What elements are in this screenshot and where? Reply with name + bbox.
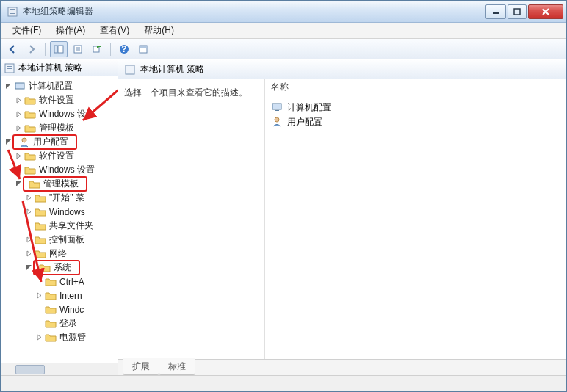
tree-item-computer-config[interactable]: 计算机配置 [4,79,118,93]
tree-item-windows-components[interactable]: Windows [4,205,118,219]
tree-item-start-menu[interactable]: "开始" 菜 [4,191,118,205]
tree-item-shared-folders[interactable]: 共享文件夹 [4,219,118,233]
svg-rect-23 [18,90,22,90]
tab-extended[interactable]: 扩展 [123,358,159,375]
tree-label: 控制面板 [49,233,89,246]
annotation-highlight: 管理模板 [23,176,87,192]
expand-toggle[interactable] [35,333,43,342]
expand-toggle[interactable] [14,180,23,189]
tree-item-windows-settings-2[interactable]: Windows 设置 [4,163,118,177]
folder-icon [24,109,36,120]
expand-toggle[interactable] [24,264,33,272]
user-icon [271,116,283,128]
list-item-label: 用户配置 [287,116,322,128]
list-item-label: 计算机配置 [287,101,331,114]
toolbar-export-button[interactable] [88,41,106,57]
menu-view[interactable]: 查看(V) [93,23,137,38]
tree-item-control-panel[interactable]: 控制面板 [4,233,118,247]
tree-label: 电源管 [59,331,90,344]
svg-rect-20 [7,66,12,67]
expand-toggle[interactable] [14,96,23,105]
expand-toggle[interactable] [24,194,33,203]
svg-rect-8 [54,46,57,53]
minimize-button[interactable] [485,4,506,19]
svg-point-33 [275,117,279,122]
tree-item-system[interactable]: 系统 [4,261,118,275]
tree-item-software-settings-2[interactable]: 软件设置 [4,149,118,163]
svg-rect-30 [127,70,133,70]
toolbar-separator [110,43,111,56]
tree-item-windc[interactable]: Windc [4,302,118,316]
expand-toggle[interactable] [35,305,43,314]
tree-label: 共享文件夹 [49,219,98,232]
list-item-user-config[interactable]: 用户配置 [271,115,560,129]
bottom-tabs: 扩展 标准 [118,359,566,375]
svg-rect-1 [10,9,15,10]
expand-toggle[interactable] [14,166,23,175]
expand-toggle[interactable] [24,250,33,258]
tree-header[interactable]: 本地计算机 策略 [1,60,118,76]
folder-icon [45,332,57,344]
expand-toggle[interactable] [24,208,33,217]
tree-item-software-settings[interactable]: 软件设置 [4,93,118,107]
expand-toggle[interactable] [14,152,23,161]
folder-icon [35,206,46,218]
tree-item-admin-templates-2[interactable]: 管理模板 [4,177,118,191]
menu-action[interactable]: 操作(A) [48,23,93,38]
expand-toggle[interactable] [14,124,23,133]
details-panel: 本地计算机 策略 选择一个项目来查看它的描述。 名称 计算机配置 [118,60,566,375]
toolbar-help-button[interactable]: ? [115,41,133,57]
folder-icon [35,220,46,232]
tab-standard[interactable]: 标准 [159,358,195,375]
computer-icon [14,81,26,92]
user-icon [18,137,30,148]
tree-item-ctrl-alt[interactable]: Ctrl+A [4,275,118,288]
expand-toggle[interactable] [24,222,33,231]
tree-scroll-area[interactable]: 计算机配置 软件设置 Windows 设 [1,76,118,363]
toolbar-forward-button[interactable] [23,41,40,57]
folder-icon [45,304,57,316]
tree-label: Windows 设置 [39,164,99,176]
expand-toggle[interactable] [4,138,12,147]
description-prompt: 选择一个项目来查看它的描述。 [124,87,248,98]
tree-item-windows-settings[interactable]: Windows 设 [4,107,118,121]
policy-icon [4,62,15,74]
folder-icon [24,164,36,176]
svg-rect-21 [7,68,12,69]
tree-horizontal-scrollbar[interactable] [1,363,118,375]
menu-file[interactable]: 文件(F) [5,23,48,38]
scrollbar-thumb[interactable] [15,365,45,374]
expand-toggle[interactable] [35,319,43,328]
svg-rect-31 [272,104,281,109]
tree-label: 系统 [54,261,76,274]
tree-label: Windows 设 [39,108,90,120]
svg-rect-3 [10,13,15,14]
toolbar: ? [1,39,566,59]
tree-label: Ctrl+A [59,277,89,287]
svg-rect-32 [275,110,279,111]
folder-icon [35,192,46,204]
expand-toggle[interactable] [14,110,23,119]
toolbar-filter-button[interactable] [134,41,152,57]
expand-toggle[interactable] [35,277,43,286]
list-column-header[interactable]: 名称 [265,79,566,95]
tree-item-power[interactable]: 电源管 [4,330,118,344]
tree-item-logon[interactable]: 登录 [4,316,118,330]
menu-help[interactable]: 帮助(H) [137,23,181,38]
expand-toggle[interactable] [24,236,33,244]
toolbar-back-button[interactable] [4,41,21,57]
expand-toggle[interactable] [4,82,12,91]
maximize-button[interactable] [508,4,527,19]
tree-item-network[interactable]: 网络 [4,247,118,261]
toolbar-showhide-tree-button[interactable] [50,41,68,57]
close-button[interactable] [528,4,563,19]
tree-item-internet[interactable]: Intern [4,288,118,302]
window-controls [484,4,563,19]
tree-item-admin-templates[interactable]: 管理模板 [4,121,118,135]
tree-item-user-config[interactable]: 用户配置 [4,135,118,149]
toolbar-properties-button[interactable] [69,41,87,57]
svg-rect-18 [140,46,147,48]
list-item-computer-config[interactable]: 计算机配置 [271,100,560,115]
expand-toggle[interactable] [35,291,43,300]
tree-label: Windows [49,207,90,217]
